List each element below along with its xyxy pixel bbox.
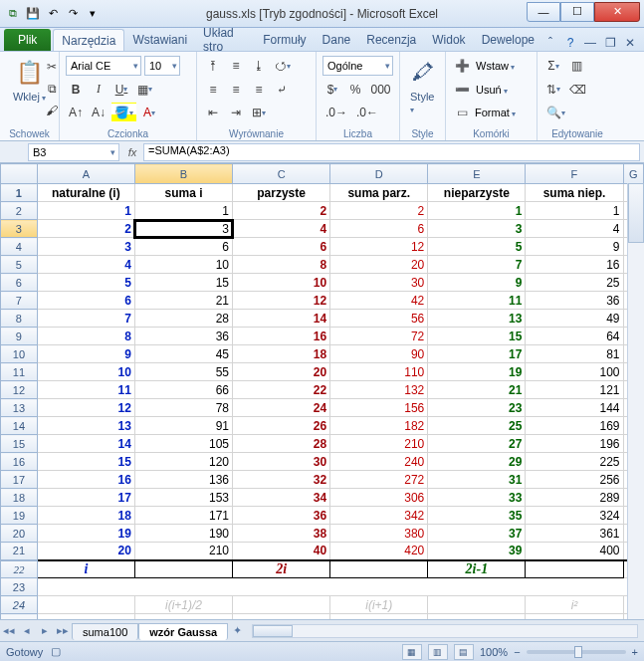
ribbon-tab[interactable]: Narzędzia (53, 29, 124, 51)
cell[interactable]: 324 (526, 507, 623, 525)
cell[interactable]: 16 (526, 256, 623, 274)
delete-button[interactable]: Usuń (476, 84, 508, 96)
cell[interactable]: 6 (37, 292, 134, 310)
number-format-combo[interactable]: Ogólne (322, 56, 393, 76)
cell[interactable]: 11 (428, 292, 526, 310)
fx-icon[interactable]: fx (121, 146, 143, 158)
help-icon[interactable]: ? (562, 35, 578, 51)
cell[interactable]: 156 (330, 399, 428, 417)
cell[interactable]: 10 (233, 274, 330, 292)
cell[interactable]: 38 (233, 525, 330, 543)
ribbon-tab[interactable]: Układ stro (195, 29, 255, 51)
cell[interactable]: 8 (233, 256, 330, 274)
align-middle-icon[interactable]: ≡ (226, 56, 246, 76)
align-center-icon[interactable]: ≡ (226, 80, 246, 100)
copy-icon[interactable]: ⧉ (42, 79, 62, 99)
cell[interactable]: 36 (134, 328, 232, 345)
minimize-button[interactable]: — (527, 2, 560, 22)
cell[interactable]: 8 (37, 328, 134, 345)
cell[interactable]: 420 (330, 543, 428, 560)
cell[interactable]: 2 (330, 202, 428, 220)
cell[interactable]: 22 (233, 381, 330, 399)
cell[interactable]: 240 (330, 453, 428, 471)
row-header[interactable]: 19 (1, 507, 38, 525)
cell[interactable]: 15 (37, 453, 134, 471)
row-header[interactable]: 14 (1, 417, 38, 435)
cell[interactable]: 55 (134, 363, 232, 381)
format-painter-icon[interactable]: 🖌 (42, 101, 62, 120)
zoom-out-button[interactable]: − (514, 646, 520, 658)
cell[interactable]: 21 (428, 381, 526, 399)
sheet-tab[interactable]: suma100 (72, 623, 138, 640)
cell[interactable]: 16 (233, 328, 330, 345)
cell[interactable]: 20 (233, 363, 330, 381)
insert-cells-icon[interactable]: ➕ (452, 56, 473, 76)
autosum-button[interactable]: Σ (543, 56, 563, 76)
increase-indent-icon[interactable]: ⇥ (226, 103, 246, 122)
cell[interactable]: 27 (428, 435, 526, 453)
zoom-level[interactable]: 100% (480, 646, 508, 658)
cell[interactable]: 5 (37, 274, 134, 292)
cell[interactable]: 2 (37, 220, 134, 238)
sheet-nav-button[interactable]: ▸ (36, 622, 54, 640)
cell[interactable]: 36 (526, 292, 623, 310)
column-header[interactable]: B (134, 164, 232, 184)
page-layout-view-icon[interactable]: ▥ (428, 644, 448, 660)
cell[interactable]: 45 (134, 345, 232, 363)
cell[interactable]: najpierw (526, 614, 623, 620)
undo-icon[interactable]: ↶ (44, 5, 62, 23)
percent-format-icon[interactable]: % (345, 80, 365, 100)
cell[interactable]: 12 (37, 399, 134, 417)
row-header[interactable]: 4 (1, 238, 38, 256)
row-header[interactable]: 22 (1, 560, 38, 578)
cell[interactable]: 105 (134, 435, 232, 453)
cell[interactable]: 136 (134, 471, 232, 489)
cell[interactable]: 120 (134, 453, 232, 471)
cell[interactable]: 36 (233, 507, 330, 525)
cell[interactable]: i² (526, 596, 623, 614)
font-size-combo[interactable]: 10 (144, 56, 180, 76)
mdi-restore-icon[interactable]: ❐ (602, 35, 618, 51)
cell[interactable]: 72 (330, 328, 428, 345)
cell[interactable]: 289 (526, 489, 623, 507)
cell[interactable]: na końcu (134, 614, 232, 620)
cell[interactable]: 400 (526, 543, 623, 560)
file-tab[interactable]: Plik (4, 29, 51, 51)
sheet-nav-button[interactable]: ▸▸ (54, 622, 72, 640)
cell[interactable]: 17 (428, 345, 526, 363)
align-left-icon[interactable]: ≡ (203, 80, 223, 100)
align-top-icon[interactable]: ⭱ (203, 56, 223, 76)
cell[interactable]: 40 (233, 543, 330, 560)
cell[interactable]: 4 (233, 220, 330, 238)
cell[interactable]: potem (330, 614, 428, 620)
macro-record-icon[interactable]: ▢ (51, 645, 61, 658)
row-header[interactable]: 18 (1, 489, 38, 507)
format-button[interactable]: Format (475, 107, 516, 118)
row-header[interactable]: 8 (1, 310, 38, 328)
cell[interactable]: 31 (428, 471, 526, 489)
cell[interactable]: 56 (330, 310, 428, 328)
row-header[interactable]: 13 (1, 399, 38, 417)
row-header[interactable]: 16 (1, 453, 38, 471)
cell[interactable]: 121 (526, 381, 623, 399)
cut-icon[interactable]: ✂ (42, 57, 62, 77)
insert-button[interactable]: Wstaw (476, 60, 515, 72)
ribbon-tab[interactable]: Dane (315, 29, 359, 51)
cell[interactable]: 225 (526, 453, 623, 471)
increase-font-icon[interactable]: A↑ (66, 103, 86, 122)
row-header[interactable]: 11 (1, 363, 38, 381)
cell[interactable]: 19 (428, 363, 526, 381)
ribbon-tab[interactable]: Widok (424, 29, 473, 51)
row-header[interactable]: 15 (1, 435, 38, 453)
cell[interactable]: 1 (428, 202, 526, 220)
cell[interactable]: 256 (526, 471, 623, 489)
column-header[interactable]: A (37, 164, 134, 184)
cell[interactable]: 12 (233, 292, 330, 310)
wrap-text-icon[interactable]: ⤶ (272, 80, 292, 100)
mdi-close-icon[interactable]: ✕ (622, 35, 638, 51)
cell[interactable]: i(i+1)/2 (134, 596, 232, 614)
cell[interactable]: 21 (134, 292, 232, 310)
cell[interactable]: 39 (428, 543, 526, 560)
sheet-nav-button[interactable]: ◂◂ (0, 622, 18, 640)
cell[interactable]: 2i-1 (428, 560, 526, 578)
